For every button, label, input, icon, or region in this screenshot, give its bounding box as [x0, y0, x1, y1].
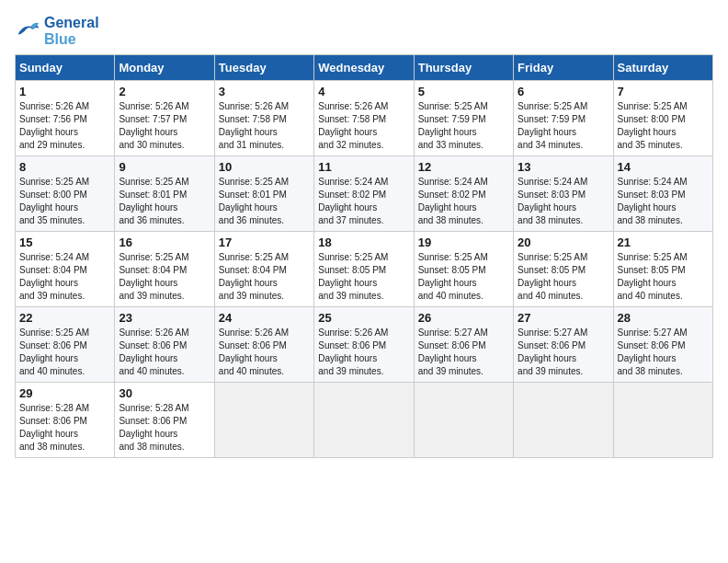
calendar-cell: 17 Sunrise: 5:25 AMSunset: 8:04 PMDaylig…	[214, 232, 313, 307]
day-info: Sunrise: 5:26 AMSunset: 7:57 PMDaylight …	[119, 100, 210, 152]
day-info: Sunrise: 5:28 AMSunset: 8:06 PMDaylight …	[119, 402, 210, 454]
calendar-week-3: 15 Sunrise: 5:24 AMSunset: 8:04 PMDaylig…	[16, 232, 713, 307]
day-info: Sunrise: 5:24 AMSunset: 8:02 PMDaylight …	[418, 176, 509, 227]
day-number: 3	[219, 85, 310, 98]
calendar-cell: 28 Sunrise: 5:27 AMSunset: 8:06 PMDaylig…	[613, 307, 712, 383]
calendar-week-2: 8 Sunrise: 5:25 AMSunset: 8:00 PMDayligh…	[16, 156, 713, 232]
day-number: 21	[618, 236, 709, 249]
day-number: 19	[418, 236, 509, 249]
day-info: Sunrise: 5:24 AMSunset: 8:03 PMDaylight …	[618, 176, 709, 227]
calendar-cell: 24 Sunrise: 5:26 AMSunset: 8:06 PMDaylig…	[214, 307, 313, 383]
column-header-monday: Monday	[115, 55, 214, 81]
day-number: 18	[318, 236, 409, 249]
calendar-cell	[414, 383, 513, 458]
day-number: 5	[418, 85, 509, 98]
day-number: 10	[219, 160, 310, 174]
calendar-cell: 5 Sunrise: 5:25 AMSunset: 7:59 PMDayligh…	[414, 81, 513, 156]
calendar-cell: 25 Sunrise: 5:26 AMSunset: 8:06 PMDaylig…	[314, 307, 414, 383]
day-number: 13	[518, 160, 609, 174]
day-info: Sunrise: 5:26 AMSunset: 8:06 PMDaylight …	[119, 327, 210, 378]
column-header-sunday: Sunday	[16, 55, 115, 81]
day-info: Sunrise: 5:25 AMSunset: 8:04 PMDaylight …	[119, 251, 210, 303]
day-info: Sunrise: 5:25 AMSunset: 8:01 PMDaylight …	[119, 176, 210, 227]
day-number: 28	[618, 311, 709, 325]
day-info: Sunrise: 5:24 AMSunset: 8:02 PMDaylight …	[318, 176, 409, 227]
calendar-cell: 21 Sunrise: 5:25 AMSunset: 8:05 PMDaylig…	[613, 232, 712, 307]
calendar-cell: 14 Sunrise: 5:24 AMSunset: 8:03 PMDaylig…	[613, 156, 712, 232]
calendar-cell: 10 Sunrise: 5:25 AMSunset: 8:01 PMDaylig…	[214, 156, 313, 232]
day-info: Sunrise: 5:25 AMSunset: 7:59 PMDaylight …	[418, 100, 509, 152]
calendar-cell: 12 Sunrise: 5:24 AMSunset: 8:02 PMDaylig…	[414, 156, 513, 232]
day-info: Sunrise: 5:28 AMSunset: 8:06 PMDaylight …	[19, 402, 110, 454]
calendar-cell	[214, 383, 313, 458]
day-info: Sunrise: 5:26 AMSunset: 8:06 PMDaylight …	[318, 327, 409, 378]
column-header-friday: Friday	[514, 55, 613, 81]
day-number: 14	[618, 160, 709, 174]
day-number: 29	[19, 386, 110, 400]
day-info: Sunrise: 5:27 AMSunset: 8:06 PMDaylight …	[418, 327, 509, 378]
calendar-body: 1 Sunrise: 5:26 AMSunset: 7:56 PMDayligh…	[16, 81, 713, 458]
day-number: 9	[119, 160, 210, 174]
day-number: 8	[19, 160, 110, 174]
day-number: 17	[219, 236, 310, 249]
day-info: Sunrise: 5:25 AMSunset: 8:05 PMDaylight …	[318, 251, 409, 303]
calendar-cell: 2 Sunrise: 5:26 AMSunset: 7:57 PMDayligh…	[115, 81, 214, 156]
day-info: Sunrise: 5:25 AMSunset: 8:01 PMDaylight …	[219, 176, 310, 227]
day-number: 4	[318, 85, 409, 98]
day-number: 25	[318, 311, 409, 325]
calendar-cell: 11 Sunrise: 5:24 AMSunset: 8:02 PMDaylig…	[314, 156, 414, 232]
page-header: General Blue	[15, 15, 713, 47]
day-number: 27	[518, 311, 609, 325]
calendar-cell: 16 Sunrise: 5:25 AMSunset: 8:04 PMDaylig…	[115, 232, 214, 307]
day-info: Sunrise: 5:26 AMSunset: 7:58 PMDaylight …	[318, 100, 409, 152]
header-row: SundayMondayTuesdayWednesdayThursdayFrid…	[16, 55, 713, 81]
day-info: Sunrise: 5:26 AMSunset: 8:06 PMDaylight …	[219, 327, 310, 378]
calendar-cell	[613, 383, 712, 458]
day-number: 2	[119, 85, 210, 98]
day-info: Sunrise: 5:24 AMSunset: 8:04 PMDaylight …	[19, 251, 110, 303]
calendar-cell: 20 Sunrise: 5:25 AMSunset: 8:05 PMDaylig…	[514, 232, 613, 307]
column-header-tuesday: Tuesday	[214, 55, 313, 81]
calendar-cell: 22 Sunrise: 5:25 AMSunset: 8:06 PMDaylig…	[16, 307, 115, 383]
calendar-week-1: 1 Sunrise: 5:26 AMSunset: 7:56 PMDayligh…	[16, 81, 713, 156]
day-number: 7	[618, 85, 709, 98]
day-info: Sunrise: 5:25 AMSunset: 8:00 PMDaylight …	[19, 176, 110, 227]
calendar-cell: 7 Sunrise: 5:25 AMSunset: 8:00 PMDayligh…	[613, 81, 712, 156]
calendar-cell	[514, 383, 613, 458]
column-header-thursday: Thursday	[414, 55, 513, 81]
calendar-cell: 19 Sunrise: 5:25 AMSunset: 8:05 PMDaylig…	[414, 232, 513, 307]
logo-text: General Blue	[44, 15, 99, 47]
day-info: Sunrise: 5:26 AMSunset: 7:58 PMDaylight …	[219, 100, 310, 152]
day-info: Sunrise: 5:27 AMSunset: 8:06 PMDaylight …	[618, 327, 709, 378]
day-info: Sunrise: 5:25 AMSunset: 8:04 PMDaylight …	[219, 251, 310, 303]
day-number: 6	[518, 85, 609, 98]
column-header-wednesday: Wednesday	[314, 55, 414, 81]
day-info: Sunrise: 5:25 AMSunset: 8:00 PMDaylight …	[618, 100, 709, 152]
logo: General Blue	[15, 15, 99, 47]
day-number: 22	[19, 311, 110, 325]
day-number: 23	[119, 311, 210, 325]
calendar-cell: 4 Sunrise: 5:26 AMSunset: 7:58 PMDayligh…	[314, 81, 414, 156]
day-number: 11	[318, 160, 409, 174]
logo-bird-icon	[15, 18, 40, 44]
calendar-cell: 18 Sunrise: 5:25 AMSunset: 8:05 PMDaylig…	[314, 232, 414, 307]
day-info: Sunrise: 5:26 AMSunset: 7:56 PMDaylight …	[19, 100, 110, 152]
calendar-cell: 27 Sunrise: 5:27 AMSunset: 8:06 PMDaylig…	[514, 307, 613, 383]
calendar-header: SundayMondayTuesdayWednesdayThursdayFrid…	[16, 55, 713, 81]
calendar-week-5: 29 Sunrise: 5:28 AMSunset: 8:06 PMDaylig…	[16, 383, 713, 458]
calendar-cell: 1 Sunrise: 5:26 AMSunset: 7:56 PMDayligh…	[16, 81, 115, 156]
calendar-cell	[314, 383, 414, 458]
calendar-cell: 29 Sunrise: 5:28 AMSunset: 8:06 PMDaylig…	[16, 383, 115, 458]
day-info: Sunrise: 5:24 AMSunset: 8:03 PMDaylight …	[518, 176, 609, 227]
day-info: Sunrise: 5:25 AMSunset: 8:05 PMDaylight …	[518, 251, 609, 303]
calendar-cell: 13 Sunrise: 5:24 AMSunset: 8:03 PMDaylig…	[514, 156, 613, 232]
calendar-week-4: 22 Sunrise: 5:25 AMSunset: 8:06 PMDaylig…	[16, 307, 713, 383]
column-header-saturday: Saturday	[613, 55, 712, 81]
calendar-cell: 8 Sunrise: 5:25 AMSunset: 8:00 PMDayligh…	[16, 156, 115, 232]
day-number: 24	[219, 311, 310, 325]
day-number: 12	[418, 160, 509, 174]
day-info: Sunrise: 5:25 AMSunset: 7:59 PMDaylight …	[518, 100, 609, 152]
calendar-cell: 9 Sunrise: 5:25 AMSunset: 8:01 PMDayligh…	[115, 156, 214, 232]
calendar-cell: 23 Sunrise: 5:26 AMSunset: 8:06 PMDaylig…	[115, 307, 214, 383]
day-info: Sunrise: 5:25 AMSunset: 8:05 PMDaylight …	[418, 251, 509, 303]
